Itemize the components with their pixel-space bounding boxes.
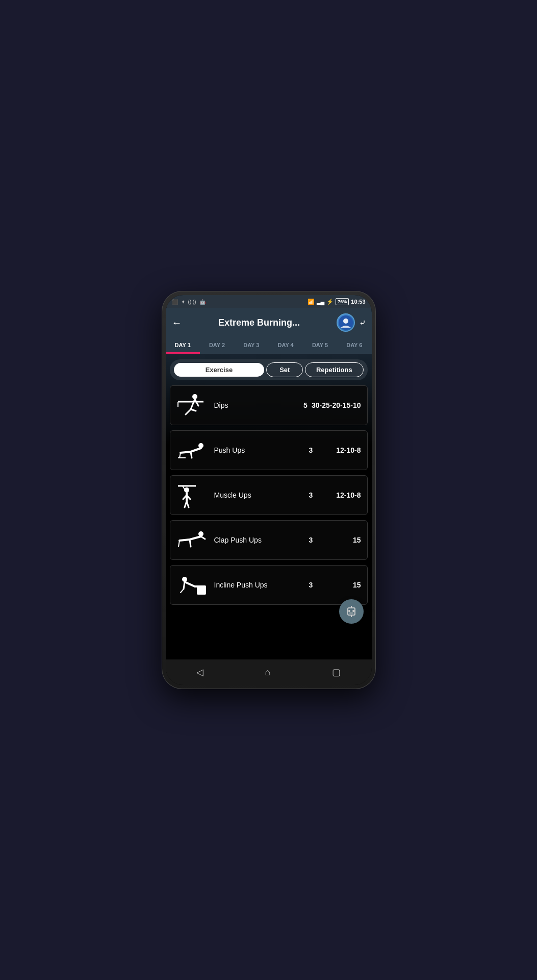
battery-charge-icon: ⚡ bbox=[326, 299, 334, 305]
tab-day-5[interactable]: DAY 5 bbox=[303, 337, 337, 354]
status-icons-left: ⬛ ✦ ((·)) 🤖 bbox=[172, 299, 206, 305]
dips-name: Dips bbox=[210, 401, 299, 409]
image-icon: ⬛ bbox=[172, 299, 178, 305]
wifi-icon-left: ((·)) bbox=[188, 299, 196, 305]
nav-home-button[interactable]: ⌂ bbox=[255, 665, 281, 680]
dips-icon bbox=[174, 390, 210, 421]
inclinepushups-icon bbox=[174, 570, 210, 600]
set-column-header: Set bbox=[266, 362, 303, 377]
exercise-column-header: Exercise bbox=[174, 363, 265, 377]
tab-day-6[interactable]: DAY 6 bbox=[337, 337, 371, 354]
exercise-card-dips[interactable]: Dips 5 30-25-20-15-10 bbox=[170, 385, 368, 425]
repetitions-column-header: Repetitions bbox=[305, 362, 363, 377]
phone-frame: ⬛ ✦ ((·)) 🤖 📶 ▂▄ ⚡ 76% 10:53 ← Extreme B… bbox=[162, 291, 376, 689]
dips-reps: 30-25-20-15-10 bbox=[312, 401, 363, 409]
fab-button[interactable] bbox=[339, 599, 364, 624]
tab-day-3[interactable]: DAY 3 bbox=[234, 337, 268, 354]
inclinepushups-sets: 3 bbox=[305, 581, 317, 589]
inclinepushups-name: Incline Push Ups bbox=[210, 581, 305, 589]
svg-point-15 bbox=[348, 610, 350, 612]
muscleups-name: Muscle Ups bbox=[210, 491, 305, 499]
clappushups-name: Clap Push Ups bbox=[210, 536, 305, 544]
muscleups-sets: 3 bbox=[305, 491, 317, 499]
exercise-card-muscleups[interactable]: Muscle Ups 3 12-10-8 bbox=[170, 475, 368, 515]
nav-back-button[interactable]: ◁ bbox=[186, 665, 214, 680]
exercise-card-inclinepushups[interactable]: Incline Push Ups 3 15 bbox=[170, 565, 368, 605]
clappushups-icon bbox=[174, 525, 210, 555]
pushups-name: Push Ups bbox=[210, 446, 305, 454]
tab-day-2[interactable]: DAY 2 bbox=[200, 337, 234, 354]
svg-point-16 bbox=[352, 610, 354, 612]
exercise-card-clappushups[interactable]: Clap Push Ups 3 15 bbox=[170, 520, 368, 560]
android-icon: 🤖 bbox=[199, 299, 206, 305]
pushups-reps: 12-10-8 bbox=[317, 446, 363, 454]
dips-sets: 5 bbox=[299, 401, 312, 409]
avatar[interactable] bbox=[337, 313, 355, 332]
days-tab-bar: DAY 1 DAY 2 DAY 3 DAY 4 DAY 5 DAY 6 bbox=[166, 337, 372, 354]
clock: 10:53 bbox=[351, 299, 365, 305]
top-bar: ← Extreme Burning... ⤶ bbox=[166, 308, 372, 337]
tab-day-1[interactable]: DAY 1 bbox=[166, 337, 200, 354]
clappushups-sets: 3 bbox=[305, 536, 317, 544]
status-bar: ⬛ ✦ ((·)) 🤖 📶 ▂▄ ⚡ 76% 10:53 bbox=[166, 295, 372, 308]
muscleups-icon bbox=[174, 480, 210, 510]
bottom-nav: ◁ ⌂ ▢ bbox=[166, 659, 372, 685]
muscleups-reps: 12-10-8 bbox=[317, 491, 363, 499]
back-button[interactable]: ← bbox=[172, 317, 182, 329]
inclinepushups-reps: 15 bbox=[317, 581, 363, 589]
column-headers: Exercise Set Repetitions bbox=[170, 359, 368, 380]
svg-point-1 bbox=[343, 318, 348, 324]
exercise-card-pushups[interactable]: Push Ups 3 12-10-8 bbox=[170, 430, 368, 470]
cell-signal-icon: ▂▄ bbox=[317, 299, 325, 305]
status-icons-right: 📶 ▂▄ ⚡ 76% 10:53 bbox=[308, 298, 366, 305]
brightness-icon: ✦ bbox=[181, 299, 185, 305]
clappushups-reps: 15 bbox=[317, 536, 363, 544]
page-title: Extreme Burning... bbox=[186, 317, 333, 328]
pushups-icon bbox=[174, 435, 210, 465]
content-area: Exercise Set Repetitions bbox=[166, 354, 372, 659]
share-button[interactable]: ⤶ bbox=[359, 318, 366, 328]
battery-level: 76% bbox=[336, 298, 349, 305]
pushups-sets: 3 bbox=[305, 446, 317, 454]
phone-screen: ⬛ ✦ ((·)) 🤖 📶 ▂▄ ⚡ 76% 10:53 ← Extreme B… bbox=[166, 295, 372, 685]
wifi-signal-icon: 📶 bbox=[308, 299, 315, 305]
tab-day-4[interactable]: DAY 4 bbox=[268, 337, 302, 354]
nav-recent-button[interactable]: ▢ bbox=[322, 665, 351, 680]
